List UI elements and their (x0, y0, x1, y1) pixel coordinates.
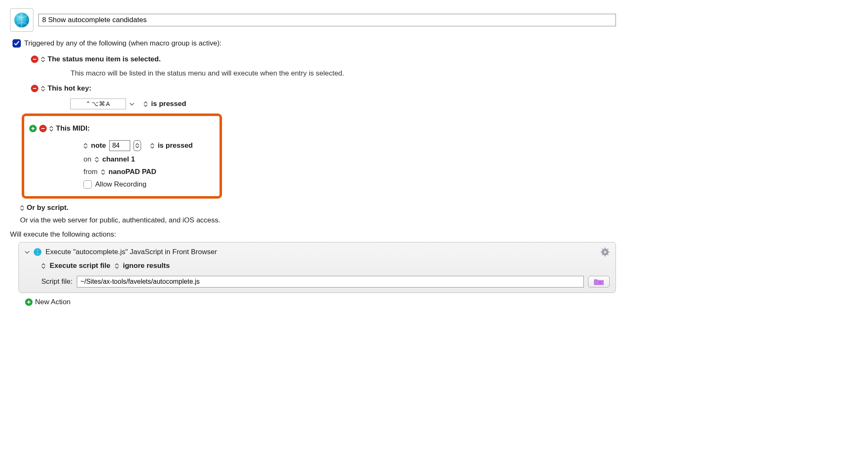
svg-rect-8 (605, 255, 606, 257)
svg-rect-3 (41, 128, 45, 129)
hotkey-state-label: is pressed (151, 100, 186, 108)
trigger-status-menu-description: This macro will be listed in the status … (71, 69, 616, 78)
macro-title-input[interactable] (38, 14, 616, 26)
remove-trigger-button[interactable] (31, 55, 38, 63)
action-title: Execute "autocomplete.js" JavaScript in … (45, 248, 217, 256)
midi-channel-selector[interactable] (95, 157, 99, 162)
hotkey-field[interactable]: ⌃⌥⌘A (70, 98, 126, 109)
add-trigger-button[interactable] (29, 125, 37, 132)
remove-trigger-button[interactable] (39, 125, 47, 132)
macro-icon-well[interactable] (10, 8, 33, 32)
midi-note-type-selector[interactable] (83, 143, 88, 149)
action-gear-button[interactable] (601, 247, 610, 257)
svg-point-6 (604, 251, 606, 253)
midi-device-label: nanoPAD PAD (108, 168, 156, 176)
svg-rect-2 (33, 88, 36, 89)
midi-state-selector[interactable] (150, 143, 154, 149)
midi-note-stepper[interactable] (134, 140, 141, 151)
action-results-label: ignore results (123, 262, 170, 270)
svg-rect-7 (605, 247, 606, 249)
script-trigger-selector[interactable] (20, 205, 24, 211)
midi-note-input[interactable] (109, 140, 130, 151)
hotkey-state-selector[interactable] (144, 101, 148, 107)
trigger-midi-label: This MIDI: (56, 124, 90, 133)
action-disclosure-toggle[interactable] (25, 250, 30, 254)
globe-icon (13, 11, 30, 29)
midi-on-label: on (83, 155, 91, 164)
midi-device-selector[interactable] (101, 169, 105, 175)
trigger-type-selector[interactable] (41, 86, 45, 91)
svg-rect-9 (601, 252, 602, 252)
trigger-type-selector[interactable] (41, 57, 45, 62)
remove-trigger-button[interactable] (31, 85, 38, 92)
choose-file-button[interactable] (588, 276, 610, 288)
action-results-selector[interactable] (115, 263, 119, 269)
enable-triggers-checkbox[interactable] (13, 39, 21, 48)
or-by-script-label: Or by script. (27, 204, 68, 212)
or-via-web-label: Or via the web server for public, authen… (20, 216, 616, 224)
midi-state-label: is pressed (158, 141, 193, 150)
hotkey-options-menu[interactable] (129, 102, 134, 106)
svg-rect-13 (607, 248, 608, 250)
svg-rect-1 (33, 59, 36, 60)
triggered-by-label: Triggered by any of the following (when … (24, 39, 222, 48)
svg-rect-10 (608, 252, 610, 252)
add-action-button[interactable] (25, 298, 33, 306)
midi-note-label: note (91, 141, 106, 150)
script-file-label: Script file: (41, 277, 73, 286)
allow-recording-checkbox[interactable] (83, 180, 92, 189)
midi-trigger-highlight: This MIDI: note is pressed on (22, 114, 222, 199)
globe-icon (33, 247, 42, 257)
action-mode-label: Execute script file (50, 262, 111, 270)
trigger-hotkey-label: This hot key: (48, 84, 91, 93)
script-file-path-input[interactable] (77, 276, 584, 288)
trigger-type-selector[interactable] (49, 126, 53, 131)
midi-from-label: from (83, 168, 98, 176)
action-item[interactable]: Execute "autocomplete.js" JavaScript in … (18, 242, 616, 293)
execute-actions-header: Will execute the following actions: (10, 230, 616, 239)
allow-recording-label: Allow Recording (95, 180, 146, 189)
action-mode-selector[interactable] (41, 263, 45, 269)
svg-rect-11 (602, 248, 603, 250)
trigger-status-menu-label: The status menu item is selected. (48, 55, 161, 63)
midi-channel-label: channel 1 (102, 155, 135, 164)
new-action-label: New Action (35, 298, 71, 306)
